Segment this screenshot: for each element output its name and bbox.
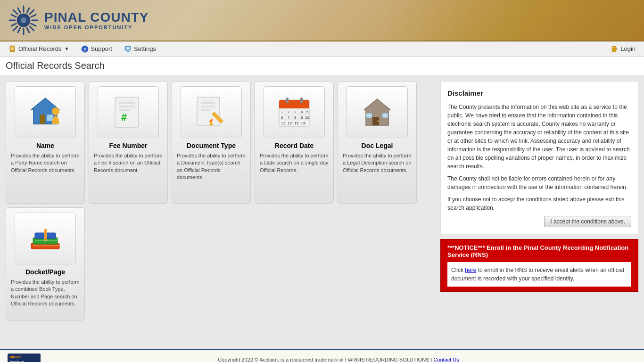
name-card-desc: Provides the ability to perform a Party … [11, 152, 80, 174]
document-type-icon [192, 93, 230, 131]
oncore-acclaim-logo: OnCore Acclaim [8, 354, 41, 362]
svg-rect-30 [613, 47, 614, 48]
footer-copyright: Copyright 2022 © Acclaim, is a registere… [218, 357, 433, 362]
notice-box: ***NOTICE*** Enroll in the Pinal County … [440, 239, 638, 292]
search-cards-row1: Name Provides the ability to perform a P… [6, 81, 435, 204]
svg-line-6 [30, 26, 34, 31]
svg-text:?: ? [83, 47, 86, 52]
svg-text:Acclaim: Acclaim [9, 360, 24, 362]
disclaimer-p3: If you choose not to accept the conditio… [447, 195, 631, 212]
name-icon [26, 93, 64, 131]
nav-login[interactable]: Login [606, 43, 640, 55]
svg-line-11 [18, 8, 20, 13]
svg-rect-19 [10, 46, 15, 52]
accept-conditions-button[interactable]: I accept the conditions above. [544, 216, 631, 227]
svg-point-76 [378, 121, 379, 122]
svg-rect-27 [127, 51, 129, 52]
nav-official-records-label: Official Records [18, 45, 62, 52]
footer: OnCore Acclaim Copyright 2022 © Acclaim,… [0, 349, 644, 362]
svg-line-9 [11, 15, 16, 17]
notice-title: ***NOTICE*** Enroll in the Pinal County … [447, 244, 631, 258]
doc-legal-card-icon-box [347, 86, 408, 138]
svg-line-5 [13, 10, 17, 14]
footer-brand: OnCore Acclaim [8, 354, 41, 362]
svg-text:5: 5 [306, 110, 309, 114]
svg-rect-20 [11, 47, 14, 48]
record-date-icon: 1 2 3 4 5 6 7 8 9 10 11 12 13 14 [275, 93, 313, 131]
notice-rns-link[interactable]: here [465, 267, 476, 273]
fee-number-card-title: Fee Number [109, 142, 148, 149]
record-date-card-desc: Provides the ability to perform a Date s… [260, 152, 329, 174]
svg-line-7 [30, 10, 34, 14]
nav-official-records[interactable]: Official Records ▼ [4, 43, 74, 55]
navbar: Official Records ▼ ? Support Settings Lo… [0, 41, 644, 57]
nav-login-label: Login [620, 45, 636, 52]
svg-text:13: 13 [294, 121, 298, 125]
svg-rect-45 [201, 109, 210, 111]
search-card-doc-legal[interactable]: Doc Legal Provides the ability to perfor… [338, 81, 417, 204]
docket-page-card-icon-box [15, 213, 76, 264]
svg-text:11: 11 [281, 121, 285, 125]
svg-text:6: 6 [281, 115, 283, 120]
nav-support[interactable]: ? Support [76, 43, 117, 55]
notice-body-after: to enroll in the RNS to receive email al… [451, 267, 624, 282]
svg-text:OnCore: OnCore [9, 355, 22, 359]
svg-rect-44 [201, 106, 215, 107]
svg-point-32 [616, 48, 617, 49]
logo-area: PINAL COUNTY WIDE OPEN OPPORTUNITY [8, 4, 149, 36]
search-cards-row2: Docket/Page Provides the ability to perf… [6, 207, 435, 321]
disclaimer-title: Disclaimer [447, 88, 631, 99]
svg-line-16 [18, 28, 20, 33]
logo-text: PINAL COUNTY WIDE OPEN OPPORTUNITY [44, 10, 149, 31]
svg-text:8: 8 [294, 115, 297, 120]
nav-support-label: Support [91, 45, 112, 52]
pinal-county-logo-icon [8, 4, 40, 36]
search-card-document-type[interactable]: Document Type Provides the ability to pe… [172, 81, 251, 204]
nav-settings[interactable]: Settings [119, 43, 161, 55]
logo-title: PINAL COUNTY [44, 10, 149, 25]
footer-contact-link[interactable]: Contact Us [433, 357, 459, 362]
svg-rect-53 [300, 98, 303, 103]
svg-line-13 [11, 24, 16, 26]
svg-rect-38 [119, 102, 135, 104]
login-icon [611, 45, 619, 53]
page-title: Official Records Search [6, 60, 638, 71]
settings-icon [124, 45, 132, 53]
fee-number-card-desc: Provides the ability to perform a Fee # … [94, 152, 163, 174]
search-card-docket-page[interactable]: Docket/Page Provides the ability to perf… [6, 207, 85, 321]
svg-text:7: 7 [288, 115, 290, 120]
doc-legal-card-title: Doc Legal [362, 142, 393, 149]
footer-text: Copyright 2022 © Acclaim, is a registere… [41, 357, 636, 362]
svg-text:1: 1 [281, 110, 283, 114]
svg-point-36 [52, 107, 59, 115]
search-options: Name Provides the ability to perform a P… [6, 81, 435, 343]
dropdown-arrow-icon: ▼ [65, 46, 69, 51]
svg-line-14 [31, 15, 36, 17]
svg-text:2: 2 [288, 110, 290, 114]
svg-text:9: 9 [301, 115, 303, 120]
search-card-record-date[interactable]: 1 2 3 4 5 6 7 8 9 10 11 12 13 14 [255, 81, 334, 204]
fee-number-card-icon-box: # [98, 86, 159, 138]
name-card-title: Name [36, 142, 54, 149]
svg-line-8 [13, 26, 17, 31]
docket-page-card-desc: Provides the ability to perform a combin… [11, 279, 80, 308]
doc-legal-icon [358, 93, 396, 131]
record-date-card-title: Record Date [275, 142, 314, 149]
disclaimer-p2: The County shall not be liable for error… [447, 174, 631, 191]
logo-subtitle: WIDE OPEN OPPORTUNITY [44, 25, 149, 30]
disclaimer-box: Disclaimer The County presents the infor… [440, 81, 638, 234]
disclaimer-p1: The County presents the information on t… [447, 103, 631, 171]
svg-text:#: # [121, 111, 127, 123]
sidebar: Disclaimer The County presents the infor… [440, 81, 638, 343]
svg-rect-35 [47, 115, 53, 121]
main-content: Name Provides the ability to perform a P… [0, 75, 644, 349]
document-type-card-icon-box [181, 86, 242, 138]
search-card-fee-number[interactable]: # Fee Number Provides the ability to per… [89, 81, 168, 204]
search-card-name[interactable]: Name Provides the ability to perform a P… [6, 81, 85, 204]
record-date-card-icon-box: 1 2 3 4 5 6 7 8 9 10 11 12 13 14 [264, 86, 325, 138]
fee-number-icon: # [109, 93, 147, 131]
docket-page-card-title: Docket/Page [25, 268, 65, 276]
svg-rect-51 [279, 106, 309, 108]
svg-text:12: 12 [288, 121, 292, 125]
nav-left: Official Records ▼ ? Support Settings [4, 43, 161, 55]
